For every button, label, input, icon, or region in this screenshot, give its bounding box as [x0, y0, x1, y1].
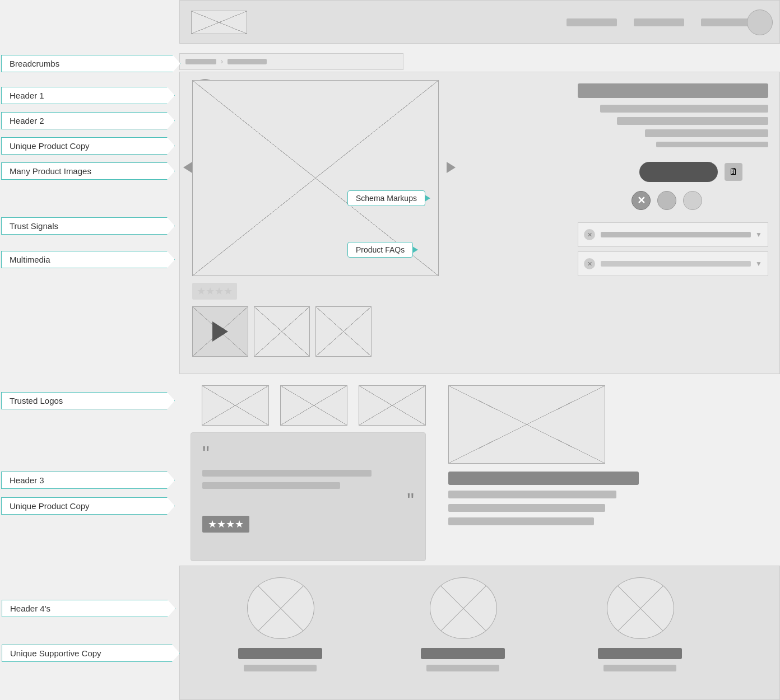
breadcrumb-item2 — [227, 59, 267, 64]
product-sub1 — [600, 105, 768, 113]
nav-item-2 — [634, 18, 684, 26]
quote-close: " — [202, 491, 414, 511]
breadcrumb-item1 — [185, 59, 216, 64]
breadcrumbs-label: Breadcrumbs — [1, 55, 180, 72]
trusted-logos-label: Trusted Logos — [1, 392, 175, 409]
oval-label-3 — [598, 648, 682, 659]
trusted-logo-2 — [280, 385, 347, 426]
faq-chevron-1: ▼ — [755, 231, 762, 239]
trust-stars: ★★★★ — [192, 283, 237, 300]
trusted-logo-3 — [359, 385, 426, 426]
unique-product-copy-label: Unique Product Copy — [1, 137, 175, 155]
faq-item-1[interactable]: ✕ ▼ — [578, 222, 768, 247]
product-sub4 — [656, 142, 768, 147]
quote-line2 — [202, 482, 340, 489]
product-sub3 — [645, 129, 768, 137]
quote-open: " — [202, 444, 414, 464]
color-option-1-x: ✕ — [632, 191, 651, 210]
faq-icon-1: ✕ — [584, 229, 595, 240]
oval-sub-2 — [426, 665, 499, 671]
header1-label: Header 1 — [1, 87, 175, 104]
many-product-images-label: Many Product Images — [1, 162, 175, 180]
product-sub2 — [617, 117, 768, 125]
product-section: 🗓 ✕ ✕ ▼ ✕ ▼ ★★★★ — [179, 72, 780, 374]
trusted-logo-large — [448, 385, 605, 464]
thumbnail-3[interactable] — [315, 306, 372, 357]
top-nav-bar — [179, 0, 780, 44]
trust-signals-label: Trust Signals — [1, 217, 175, 235]
schema-markups-callout: Schema Markups — [347, 190, 425, 206]
video-box[interactable] — [192, 306, 248, 357]
color-option-3[interactable] — [683, 191, 702, 210]
color-option-2[interactable] — [657, 191, 676, 210]
nav-item-3 — [701, 18, 751, 26]
unique-product-copy2-label: Unique Product Copy — [1, 497, 175, 515]
avatar — [747, 10, 773, 35]
product-faqs-callout: Product FAQs — [347, 242, 413, 258]
header2-label: Header 2 — [1, 112, 175, 129]
right-text-bar1 — [448, 472, 639, 485]
review-stars: ★★★★ — [202, 516, 249, 533]
add-to-cart-btn[interactable] — [639, 162, 718, 182]
product-title-bar — [578, 83, 768, 98]
oval-label-2 — [421, 648, 505, 659]
thumbnail-2[interactable] — [254, 306, 310, 357]
oval-sub-1 — [244, 665, 317, 671]
header3-label: Header 3 — [1, 472, 175, 489]
multimedia-label: Multimedia — [1, 251, 175, 268]
breadcrumb-bar: › — [179, 53, 403, 70]
oval-sub-3 — [603, 665, 676, 671]
quote-line1 — [202, 470, 372, 477]
trusted-logo-1 — [202, 385, 269, 426]
oval-2 — [430, 577, 497, 639]
right-text-bar4 — [448, 517, 594, 525]
right-text-bar3 — [448, 504, 605, 512]
play-button[interactable] — [212, 321, 228, 342]
faq-chevron-2: ▼ — [755, 260, 762, 268]
faq-icon-2: ✕ — [584, 258, 595, 269]
breadcrumb-sep: › — [221, 58, 223, 66]
oval-1 — [247, 577, 314, 639]
faq-item-2[interactable]: ✕ ▼ — [578, 251, 768, 276]
footer-section: Header 4's Unique Supportive Copy — [179, 566, 780, 700]
right-arrow[interactable] — [447, 162, 456, 173]
faq-text-1 — [601, 232, 751, 237]
nav-item-1 — [567, 18, 617, 26]
review-card: " " ★★★★ — [191, 432, 426, 561]
calendar-icon[interactable]: 🗓 — [725, 163, 742, 181]
unique-supportive-copy-label: Unique Supportive Copy — [2, 645, 180, 662]
right-text-bar2 — [448, 491, 616, 498]
oval-3 — [607, 577, 674, 639]
nav-logo — [191, 11, 247, 34]
faq-text-2 — [601, 261, 751, 267]
oval-label-1 — [238, 648, 322, 659]
left-arrow[interactable] — [183, 162, 192, 173]
header4s-label: Header 4's — [2, 600, 175, 617]
